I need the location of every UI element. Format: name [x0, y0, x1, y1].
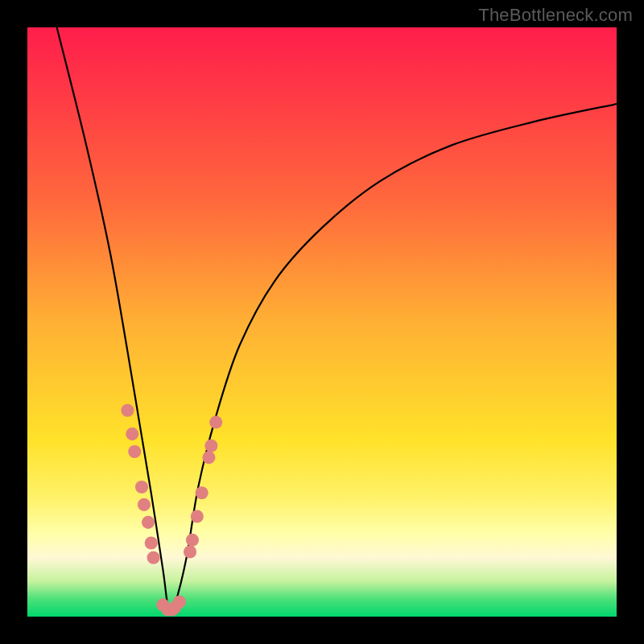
data-point — [128, 445, 141, 458]
chart-svg — [27, 27, 617, 617]
bottleneck-curve — [57, 27, 617, 613]
data-markers — [121, 404, 222, 617]
data-point — [204, 440, 217, 452]
data-point — [121, 404, 134, 417]
data-point — [138, 498, 151, 511]
data-point — [145, 536, 158, 549]
data-point — [186, 534, 199, 547]
data-point — [191, 510, 204, 523]
data-point — [142, 516, 155, 529]
data-point — [209, 415, 222, 428]
data-point — [126, 427, 138, 440]
data-point — [202, 451, 215, 464]
data-point — [184, 545, 196, 558]
data-point — [147, 551, 160, 564]
plot-area — [27, 27, 617, 617]
data-point — [173, 596, 186, 609]
chart-container: TheBottleneck.com — [0, 0, 644, 644]
data-point — [196, 486, 208, 499]
data-point — [135, 481, 148, 493]
watermark-text: TheBottleneck.com — [478, 5, 633, 26]
